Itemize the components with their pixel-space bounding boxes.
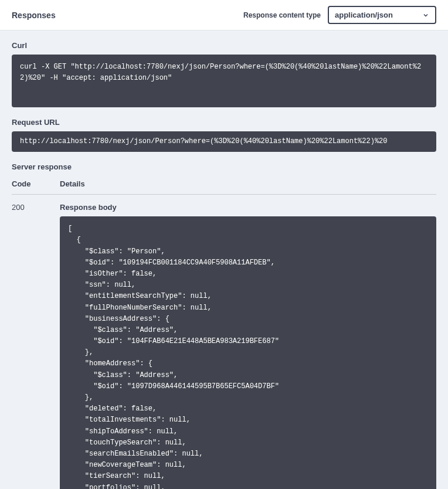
response-row: 200 Response body [ { "$class": "Person"…: [12, 203, 436, 489]
chevron-down-icon: [422, 12, 429, 19]
code-column-header: Code: [12, 179, 60, 188]
content-type-label: Response content type: [243, 11, 321, 19]
responses-header: Responses Response content type applicat…: [0, 0, 448, 30]
response-body-label: Response body: [60, 203, 436, 212]
request-url-block[interactable]: http://localhost:7780/nexj/json/Person?w…: [12, 131, 436, 152]
response-body-block[interactable]: [ { "$class": "Person", "$oid": "109194F…: [60, 216, 436, 489]
responses-title: Responses: [12, 11, 56, 20]
details-column-header: Details: [60, 179, 85, 188]
response-table-header: Code Details: [12, 179, 436, 195]
curl-label: Curl: [12, 41, 436, 50]
main-content: Curl curl -X GET "http://localhost:7780/…: [0, 30, 448, 489]
server-response-label: Server response: [12, 162, 436, 171]
response-details: Response body [ { "$class": "Person", "$…: [60, 203, 436, 489]
content-type-value: application/json: [335, 11, 393, 19]
request-url-label: Request URL: [12, 118, 436, 127]
response-code-value: 200: [12, 203, 60, 489]
curl-command-block[interactable]: curl -X GET "http://localhost:7780/nexj/…: [12, 55, 436, 107]
content-type-section: Response content type application/json: [243, 6, 436, 24]
content-type-select[interactable]: application/json: [328, 6, 436, 24]
